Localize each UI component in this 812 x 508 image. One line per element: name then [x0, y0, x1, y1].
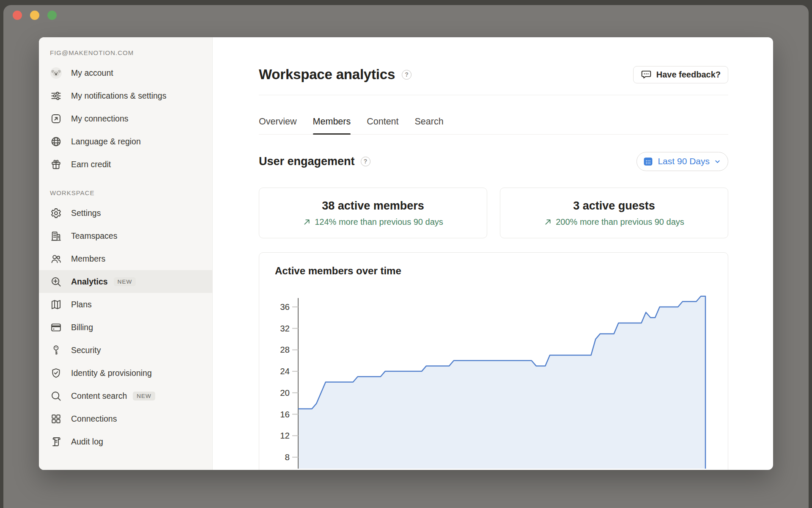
sidebar-item-label: Plans [71, 299, 92, 310]
trend-up-icon [303, 218, 311, 226]
sidebar-item-plans[interactable]: Plans [39, 293, 212, 316]
magnifier-sparkle-icon [50, 276, 62, 287]
sidebar-item-label: Analytics [71, 276, 108, 287]
sidebar-item-teamspaces[interactable]: Teamspaces [39, 224, 212, 247]
tab-overview[interactable]: Overview [259, 116, 297, 134]
y-tick-label: 8 [285, 452, 290, 462]
close-button[interactable] [13, 11, 22, 20]
y-tick-label: 20 [280, 388, 290, 398]
sidebar-item-label: Settings [71, 208, 101, 218]
avatar-koala-icon [50, 67, 62, 79]
sidebar-item-label: Connections [71, 414, 117, 424]
sidebar-item-audit-log[interactable]: Audit log [39, 430, 212, 453]
sidebar-item-analytics[interactable]: AnalyticsNEW [39, 270, 212, 293]
sidebar-item-label: Language & region [71, 136, 141, 147]
y-tick-label: 12 [280, 431, 290, 440]
app-window: FIG@MAKENOTION.COM My accountMy notifica… [3, 5, 809, 508]
magnifier-icon [50, 390, 62, 402]
active-guests-delta: 200% more than previous 90 days [556, 217, 684, 227]
date-range-label: Last 90 Days [658, 156, 710, 166]
credit-card-icon [50, 321, 62, 333]
arrow-up-right-box-icon [50, 113, 62, 124]
feedback-bubble-icon [641, 69, 652, 80]
sidebar-item-billing[interactable]: Billing [39, 316, 212, 339]
new-badge: NEW [114, 277, 136, 286]
sidebar-item-label: Teamspaces [71, 231, 117, 241]
sidebar-item-label: Content search [71, 391, 127, 401]
tab-search[interactable]: Search [415, 116, 444, 134]
sidebar-item-label: My account [71, 68, 113, 78]
sidebar-item-identity-provisioning[interactable]: Identity & provisioning [39, 362, 212, 384]
chevron-down-icon [714, 158, 721, 165]
sidebar-item-connections[interactable]: Connections [39, 407, 212, 430]
sidebar-item-members[interactable]: Members [39, 247, 212, 270]
active-members-delta: 124% more than previous 90 days [315, 217, 443, 227]
help-icon[interactable]: ? [402, 70, 411, 80]
sidebar-item-my-account[interactable]: My account [39, 61, 212, 84]
account-section-label: FIG@MAKENOTION.COM [50, 49, 201, 56]
sidebar-item-my-notifications-settings[interactable]: My notifications & settings [39, 84, 212, 107]
shield-check-icon [50, 367, 62, 379]
chart-area-fill [298, 296, 705, 469]
sidebar-item-label: Security [71, 345, 101, 356]
active-members-card: 38 active members 124% more than previou… [259, 188, 487, 238]
building-icon [50, 230, 62, 242]
gear-icon [50, 207, 62, 219]
chart-yaxis-ticks: 363228242016128 [280, 302, 298, 462]
sidebar-item-security[interactable]: Security [39, 339, 212, 362]
sidebar-item-label: Audit log [71, 436, 103, 447]
key-icon [50, 344, 62, 356]
tab-members[interactable]: Members [313, 116, 351, 134]
page-title: Workspace analytics [259, 66, 395, 83]
tab-content[interactable]: Content [367, 116, 398, 134]
y-tick-label: 28 [280, 345, 290, 354]
calendar-icon [643, 156, 653, 167]
sidebar-item-my-connections[interactable]: My connections [39, 107, 212, 130]
sidebar-item-label: My connections [71, 113, 128, 124]
minimize-button[interactable] [30, 11, 39, 20]
active-members-value: 38 active members [322, 199, 424, 213]
sidebar-item-content-search[interactable]: Content searchNEW [39, 384, 212, 407]
scroll-icon [50, 436, 62, 447]
y-tick-label: 16 [280, 409, 290, 419]
user-engagement-title: User engagement [259, 155, 355, 168]
date-range-dropdown[interactable]: Last 90 Days [636, 152, 728, 171]
zoom-button[interactable] [47, 11, 57, 20]
globe-icon [50, 135, 62, 147]
sidebar-item-label: My notifications & settings [71, 91, 166, 101]
y-tick-label: 36 [280, 302, 290, 312]
active-members-area-chart: 363228242016128 [259, 253, 728, 469]
analytics-main: Workspace analytics ? Have feedback? [213, 37, 773, 470]
active-guests-value: 3 active guests [573, 199, 655, 213]
sidebar-item-label: Billing [71, 322, 93, 333]
sliders-icon [50, 90, 62, 102]
window-controls [13, 11, 57, 20]
settings-dialog: FIG@MAKENOTION.COM My accountMy notifica… [39, 37, 773, 470]
feedback-button-label: Have feedback? [656, 70, 721, 80]
engagement-help-icon[interactable]: ? [361, 157, 370, 166]
trend-up-icon [544, 218, 552, 226]
sidebar-item-label: Members [71, 254, 105, 264]
grid-icon [50, 413, 62, 425]
people-icon [50, 253, 62, 265]
active-members-chart-card: Active members over time 363228242016128 [259, 252, 728, 470]
sidebar-item-label: Earn credit [71, 159, 111, 170]
map-icon [50, 298, 62, 310]
sidebar-item-earn-credit[interactable]: Earn credit [39, 153, 212, 176]
new-badge: NEW [133, 392, 155, 400]
sidebar-item-label: Identity & provisioning [71, 368, 152, 378]
gift-icon [50, 158, 62, 170]
y-tick-label: 24 [280, 366, 290, 376]
sidebar-item-settings[interactable]: Settings [39, 202, 212, 224]
sidebar-item-language-region[interactable]: Language & region [39, 130, 212, 153]
settings-sidebar: FIG@MAKENOTION.COM My accountMy notifica… [39, 37, 213, 470]
have-feedback-button[interactable]: Have feedback? [633, 66, 728, 83]
y-tick-label: 32 [280, 323, 290, 333]
workspace-section-label: WORKSPACE [50, 189, 201, 196]
analytics-tabs: OverviewMembersContentSearch [259, 95, 728, 135]
active-guests-card: 3 active guests 200% more than previous … [500, 188, 728, 238]
